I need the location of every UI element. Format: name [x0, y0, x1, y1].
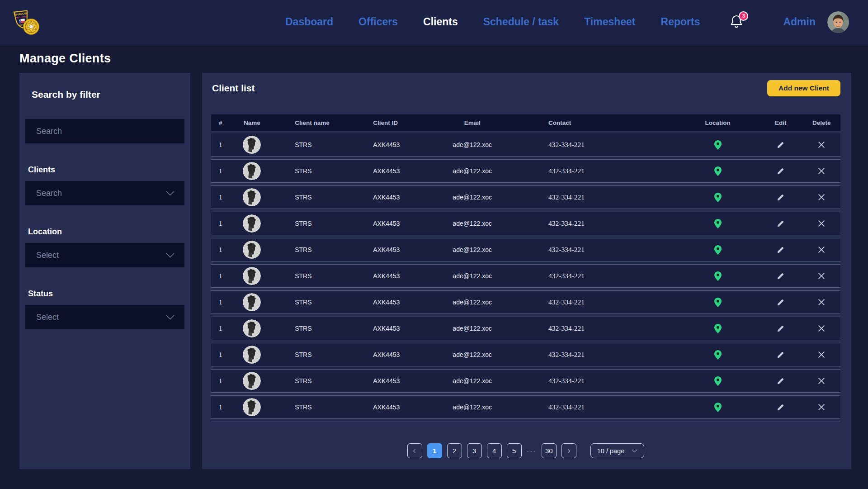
- client-name-cell: STRS: [274, 404, 349, 411]
- client-avatar-image: [243, 267, 261, 285]
- delete-button[interactable]: [814, 190, 829, 205]
- location-button[interactable]: [710, 373, 726, 389]
- table-row: 1 ST: [211, 186, 840, 209]
- client-name-cell: STRS: [274, 194, 349, 201]
- client-list-header: Client list Add new Client: [211, 80, 840, 96]
- pagination-ellipsis[interactable]: ···: [527, 447, 537, 455]
- client-list-panel: Client list Add new Client #NameClient n…: [202, 73, 851, 469]
- column-header-edit: Edit: [775, 119, 787, 126]
- table-row: 1 ST: [211, 212, 840, 235]
- nav-item-reports[interactable]: Reports: [661, 16, 700, 28]
- location-pin-icon: [714, 166, 722, 176]
- pencil-icon: [777, 193, 785, 201]
- nav-item-clients[interactable]: Clients: [423, 16, 458, 28]
- pagination-page-2[interactable]: 2: [447, 443, 462, 458]
- delete-button[interactable]: [814, 268, 829, 284]
- edit-button[interactable]: [773, 373, 788, 389]
- shadow-protective-logo-icon: SHADOW PROTECTIVE SERVICES: [12, 8, 41, 37]
- row-number: 1: [219, 219, 222, 228]
- edit-button[interactable]: [773, 347, 788, 362]
- client-name-cell: STRS: [274, 167, 349, 175]
- row-separator: [211, 340, 840, 343]
- edit-button[interactable]: [773, 321, 788, 336]
- pagination-next-button[interactable]: [561, 443, 576, 458]
- location-button[interactable]: [710, 137, 726, 152]
- table-row: 1 ST: [211, 238, 840, 261]
- edit-button[interactable]: [773, 294, 788, 310]
- add-new-client-button[interactable]: Add new Client: [767, 80, 840, 96]
- row-separator: [211, 287, 840, 291]
- filter-select[interactable]: Select: [25, 243, 184, 267]
- chevron-down-icon: [166, 315, 175, 320]
- pencil-icon: [777, 351, 785, 359]
- pagination-page-5[interactable]: 5: [507, 443, 522, 458]
- filter-select[interactable]: Search: [25, 181, 184, 205]
- location-button[interactable]: [710, 163, 726, 179]
- location-pin-icon: [714, 245, 722, 255]
- location-button[interactable]: [710, 399, 726, 415]
- filter-label: Clients: [28, 165, 184, 175]
- delete-button[interactable]: [814, 321, 829, 336]
- delete-button[interactable]: [814, 216, 829, 231]
- client-rows: 1 ST: [211, 133, 840, 422]
- pencil-icon: [777, 219, 785, 228]
- admin-label[interactable]: Admin: [783, 16, 816, 28]
- column-header-client-name: Client name: [274, 119, 349, 126]
- client-avatar: [243, 162, 261, 180]
- delete-button[interactable]: [814, 399, 829, 415]
- delete-button[interactable]: [814, 294, 829, 310]
- client-name-cell: STRS: [274, 325, 349, 332]
- filter-select[interactable]: Select: [25, 305, 184, 329]
- email-cell: ade@122.xoc: [453, 299, 492, 306]
- location-button[interactable]: [710, 268, 726, 284]
- delete-button[interactable]: [814, 242, 829, 257]
- pagination-page-4[interactable]: 4: [487, 443, 502, 458]
- location-button[interactable]: [710, 294, 726, 310]
- edit-button[interactable]: [773, 190, 788, 205]
- pagination-page-1[interactable]: 1: [427, 443, 442, 458]
- edit-button[interactable]: [773, 163, 788, 179]
- email-cell: ade@122.xoc: [453, 404, 492, 411]
- nav-item-schedule-task[interactable]: Schedule / task: [483, 16, 559, 28]
- close-icon: [818, 220, 825, 227]
- location-button[interactable]: [710, 190, 726, 205]
- edit-button[interactable]: [773, 242, 788, 257]
- pagination-prev-button[interactable]: [407, 443, 422, 458]
- table-row: 1 ST: [211, 133, 840, 156]
- column-header-location: Location: [705, 119, 730, 126]
- delete-button[interactable]: [814, 373, 829, 389]
- pencil-icon: [777, 167, 785, 175]
- admin-avatar[interactable]: [827, 11, 849, 33]
- table-header-row: #NameClient nameClient IDEmailContactLoc…: [211, 114, 840, 131]
- close-icon: [818, 167, 825, 175]
- row-separator: [211, 392, 840, 396]
- delete-button[interactable]: [814, 347, 829, 362]
- nav-item-dasboard[interactable]: Dasboard: [285, 16, 333, 28]
- location-button[interactable]: [710, 321, 726, 336]
- delete-button[interactable]: [814, 137, 829, 152]
- column-header-contact: Contact: [519, 119, 677, 126]
- app-root: SHADOW PROTECTIVE SERVICES: [0, 0, 868, 469]
- location-button[interactable]: [710, 347, 726, 362]
- location-button[interactable]: [710, 242, 726, 257]
- search-input[interactable]: [25, 119, 184, 143]
- delete-button[interactable]: [814, 163, 829, 179]
- edit-button[interactable]: [773, 268, 788, 284]
- edit-button[interactable]: [773, 216, 788, 231]
- chevron-right-icon: [566, 448, 571, 454]
- page-size-select[interactable]: 10 / page: [590, 443, 644, 458]
- notifications-button[interactable]: 3: [730, 14, 744, 30]
- admin-avatar-image: [827, 11, 849, 33]
- nav-item-timesheet[interactable]: Timesheet: [584, 16, 635, 28]
- client-avatar-image: [243, 319, 261, 337]
- edit-button[interactable]: [773, 399, 788, 415]
- page-title: Manage Clients: [19, 52, 868, 66]
- email-cell: ade@122.xoc: [453, 141, 492, 148]
- pencil-icon: [777, 324, 785, 332]
- location-button[interactable]: [710, 216, 726, 231]
- edit-button[interactable]: [773, 137, 788, 152]
- pagination-page-3[interactable]: 3: [467, 443, 482, 458]
- brand-logo[interactable]: SHADOW PROTECTIVE SERVICES: [12, 8, 41, 37]
- nav-item-officers[interactable]: Officers: [359, 16, 398, 28]
- pagination-page-30[interactable]: 30: [542, 443, 557, 458]
